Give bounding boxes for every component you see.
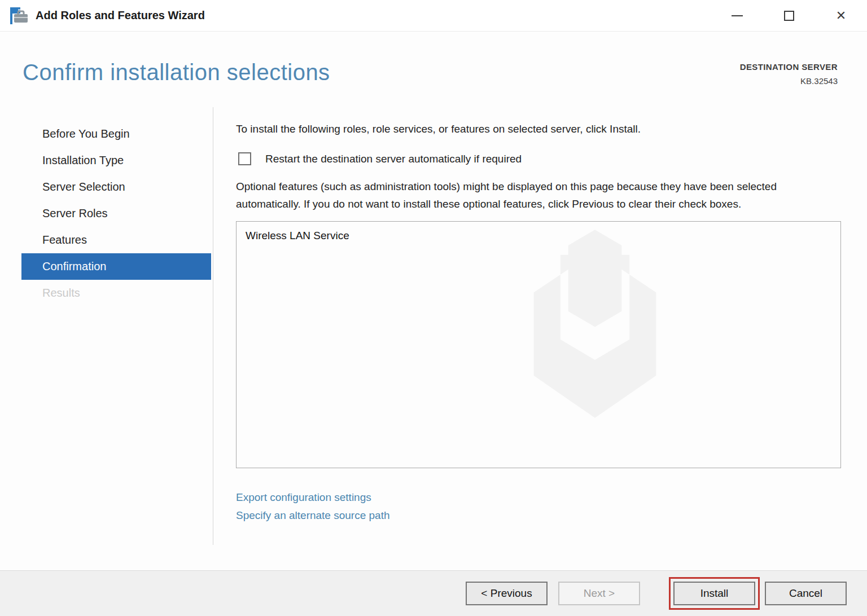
alternate-source-path-link[interactable]: Specify an alternate source path (236, 507, 841, 525)
window-title: Add Roles and Features Wizard (36, 9, 205, 22)
next-button[interactable]: Next > (558, 582, 640, 605)
minimize-button[interactable] (711, 0, 763, 31)
close-icon: ✕ (836, 8, 846, 23)
add-roles-wizard-icon (9, 6, 29, 25)
minimize-icon (732, 15, 743, 16)
sidebar-item-features[interactable]: Features (21, 227, 211, 253)
restart-checkbox-label: Restart the destination server automatic… (265, 153, 522, 165)
title-bar: Add Roles and Features Wizard ✕ (0, 0, 867, 32)
maximize-button[interactable] (763, 0, 815, 31)
sidebar-item-results: Results (21, 280, 211, 306)
destination-server-label: DESTINATION SERVER (740, 62, 838, 72)
sidebar-item-installation-type[interactable]: Installation Type (21, 147, 211, 174)
window-controls: ✕ (711, 0, 867, 31)
wizard-content: Before You Begin Installation Type Serve… (0, 107, 867, 570)
restart-option-row: Restart the destination server automatic… (238, 152, 841, 165)
selected-features-list[interactable]: Wireless LAN Service (236, 221, 841, 468)
intro-text: To install the following roles, role ser… (236, 123, 841, 135)
list-item: Wireless LAN Service (237, 222, 840, 250)
destination-server-block: DESTINATION SERVER KB.32543 (740, 60, 838, 86)
sidebar-item-confirmation[interactable]: Confirmation (21, 253, 211, 280)
optional-features-note: Optional features (such as administratio… (236, 178, 841, 213)
close-button[interactable]: ✕ (815, 0, 867, 31)
maximize-icon (784, 11, 794, 21)
page-title: Confirm installation selections (23, 60, 330, 85)
restart-checkbox[interactable] (238, 152, 251, 165)
wizard-window: Add Roles and Features Wizard ✕ Confirm … (0, 0, 867, 616)
confirmation-pane: To install the following roles, role ser… (213, 107, 867, 570)
destination-server-name: KB.32543 (740, 76, 838, 86)
cancel-button[interactable]: Cancel (765, 582, 847, 605)
page-header: Confirm installation selections DESTINAT… (0, 32, 867, 107)
sidebar-item-before-you-begin[interactable]: Before You Begin (21, 121, 211, 147)
install-button[interactable]: Install (673, 582, 755, 605)
install-highlight-annotation: Install (669, 577, 760, 610)
wizard-steps-sidebar: Before You Begin Installation Type Serve… (0, 107, 213, 545)
footer-links: Export configuration settings Specify an… (236, 489, 841, 525)
sidebar-item-server-roles[interactable]: Server Roles (21, 200, 211, 227)
export-configuration-link[interactable]: Export configuration settings (236, 489, 841, 507)
previous-button[interactable]: < Previous (466, 582, 548, 605)
wizard-footer: < Previous Next > Install Cancel (0, 570, 867, 616)
sidebar-item-server-selection[interactable]: Server Selection (21, 174, 211, 200)
